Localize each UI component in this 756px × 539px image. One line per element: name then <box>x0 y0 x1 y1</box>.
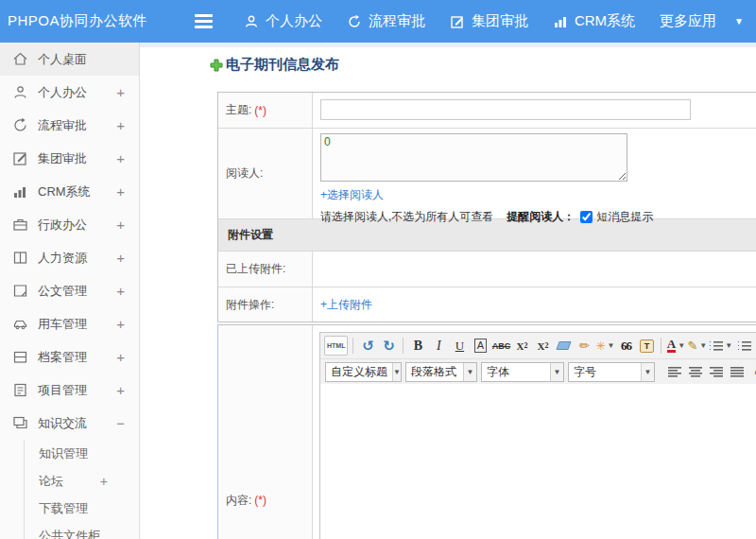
sidebar-item-projects[interactable]: 项目管理 + <box>0 374 139 407</box>
blockquote-button[interactable]: 66 <box>616 336 635 356</box>
uploaded-attachments-label: 已上传附件: <box>218 252 313 287</box>
font-style-button[interactable]: A <box>474 339 487 353</box>
readers-hint: 请选择阅读人,不选为所有人可查看 <box>320 209 493 225</box>
nav-group-approval[interactable]: 集团审批 <box>450 12 528 30</box>
bar-chart-icon <box>553 14 568 29</box>
sidebar-item-documents[interactable]: 公文管理 + <box>0 274 139 307</box>
font-size-select[interactable]: 字号▼ <box>568 362 655 382</box>
link-button[interactable]: ∞ <box>748 362 756 382</box>
sms-remind-checkbox[interactable] <box>580 211 593 223</box>
superscript-button[interactable]: X2 <box>512 336 531 356</box>
subject-input[interactable] <box>320 99 691 120</box>
italic-button[interactable]: I <box>429 336 448 356</box>
sms-remind-label: 短消息提示 <box>596 209 653 225</box>
sidebar-item-group-approval[interactable]: 集团审批 + <box>0 142 139 175</box>
readers-textarea[interactable]: 0 <box>320 133 627 182</box>
quick-format-button[interactable]: ✳▼ <box>595 336 614 356</box>
paste-text-button[interactable]: T <box>637 336 656 356</box>
sidebar-item-desktop[interactable]: 个人桌面 <box>0 43 139 76</box>
subject-label: 主题:(*) <box>218 93 313 128</box>
redo-button[interactable]: ↻ <box>379 336 398 356</box>
sidebar-subitem-downloads[interactable]: 下载管理 <box>25 495 139 522</box>
page-title: 电子期刊信息发布 <box>210 56 756 74</box>
undo-button[interactable]: ↺ <box>358 336 377 356</box>
editor-toolbar-row1: HTML ↺ ↻ B I U A ABC X2 X2 ✏ ✳▼ 66 T <box>320 333 756 358</box>
align-center-button[interactable] <box>686 362 705 382</box>
attachment-ops-label: 附件操作: <box>218 287 313 322</box>
editor-body[interactable] <box>320 384 756 539</box>
ordered-list-button[interactable]: ▼ <box>709 336 732 356</box>
highlight-button[interactable]: ✎▼ <box>687 336 707 356</box>
rich-text-editor: HTML ↺ ↻ B I U A ABC X2 X2 ✏ ✳▼ 66 T <box>319 332 756 539</box>
top-nav: 个人办公 流程审批 集团审批 CRM系统 更多应用 ▼ <box>232 12 756 30</box>
upload-attachment-link[interactable]: +上传附件 <box>320 297 372 313</box>
nav-crm[interactable]: CRM系统 <box>553 12 635 30</box>
heading-select[interactable]: 自定义标题▼ <box>325 362 402 382</box>
unordered-list-button[interactable] <box>734 336 753 356</box>
bold-button[interactable]: B <box>408 336 427 356</box>
knowledge-submenu: 知识管理 论坛 + 下载管理 公共文件柜 <box>24 440 139 539</box>
remind-readers-label: 提醒阅读人： <box>507 209 575 225</box>
menu-toggle-icon[interactable] <box>195 11 213 32</box>
sidebar-item-hr[interactable]: 人力资源 + <box>0 241 139 274</box>
sidebar-item-admin-office[interactable]: 行政办公 + <box>0 208 139 241</box>
refresh-icon <box>347 14 362 29</box>
content-label: 内容:(*) <box>218 325 313 539</box>
format-brush-button[interactable]: ✏ <box>575 336 593 356</box>
chevron-down-icon[interactable]: ▼ <box>734 16 744 26</box>
top-strip <box>140 43 756 47</box>
strikethrough-button[interactable]: ABC <box>491 336 510 356</box>
subscript-button[interactable]: X2 <box>533 336 552 356</box>
sidebar: 个人桌面 个人办公 + 流程审批 + 集团审批 + CRM系统 + 行政办公 +… <box>0 43 140 539</box>
sidebar-item-personal-office[interactable]: 个人办公 + <box>0 76 139 109</box>
font-color-button[interactable]: A▼ <box>666 336 685 356</box>
sidebar-item-vehicles[interactable]: 用车管理 + <box>0 307 139 340</box>
align-left-button[interactable] <box>665 362 684 382</box>
app-title: PHPOA协同办公软件 <box>0 12 140 30</box>
sidebar-subitem-public-cabinet[interactable]: 公共文件柜 <box>25 522 139 539</box>
nav-workflow-approval[interactable]: 流程审批 <box>347 12 425 30</box>
add-icon <box>210 59 223 72</box>
font-family-select[interactable]: 字体▼ <box>481 362 564 382</box>
edit-square-icon <box>450 14 465 29</box>
eraser-button[interactable] <box>554 336 573 356</box>
sidebar-item-workflow[interactable]: 流程审批 + <box>0 109 139 142</box>
top-header: PHPOA协同办公软件 个人办公 流程审批 集团审批 CRM系统 更多应用 ▼ <box>0 0 756 43</box>
sidebar-item-knowledge[interactable]: 知识交流 − <box>0 407 139 440</box>
main-content: 电子期刊信息发布 主题:(*) 阅读人: 0 +选择阅读人 请选择阅读人,不选为… <box>140 43 756 539</box>
uploaded-attachments-value <box>313 252 756 287</box>
publish-form: 主题:(*) 阅读人: 0 +选择阅读人 请选择阅读人,不选为所有人可查看 提醒… <box>217 92 756 322</box>
sidebar-subitem-knowledge-mgmt[interactable]: 知识管理 <box>25 440 139 467</box>
nav-personal-office[interactable]: 个人办公 <box>244 12 322 30</box>
align-right-button[interactable] <box>707 362 726 382</box>
editor-toolbar-row2: 自定义标题▼ 段落格式▼ 字体▼ 字号▼ ∞ ∅ <box>320 358 756 384</box>
readers-label: 阅读人: <box>218 129 313 218</box>
source-code-button[interactable]: HTML <box>324 336 348 356</box>
align-justify-button[interactable] <box>728 362 747 382</box>
sidebar-item-crm[interactable]: CRM系统 + <box>0 175 139 208</box>
underline-button[interactable]: U <box>450 336 469 356</box>
sidebar-subitem-forum[interactable]: 论坛 + <box>25 467 139 495</box>
content-block: 内容:(*) HTML ↺ ↻ B I U A ABC X2 X2 <box>217 324 756 539</box>
paragraph-select[interactable]: 段落格式▼ <box>405 362 477 382</box>
select-readers-link[interactable]: +选择阅读人 <box>320 187 384 203</box>
sidebar-item-archives[interactable]: 档案管理 + <box>0 340 139 374</box>
nav-more-apps[interactable]: 更多应用 <box>660 12 716 30</box>
person-icon <box>244 14 259 29</box>
